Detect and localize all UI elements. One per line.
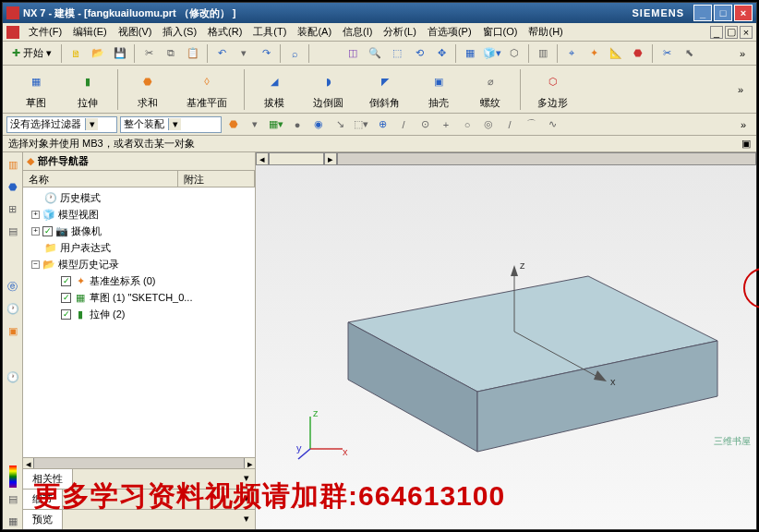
filter-btn-15[interactable]: ⌒ xyxy=(522,115,540,134)
start-button[interactable]: ✚开始▾ xyxy=(6,44,57,62)
menu-format[interactable]: 格式(R) xyxy=(202,23,247,41)
hintbar-collapse-icon[interactable]: ▣ xyxy=(741,138,751,150)
display-mode-icon[interactable]: 🧊▾ xyxy=(482,43,502,64)
navigator-tree[interactable]: 🕐历史模式+🧊模型视图+✓📷摄像机📁用户表达式−📂模型历史记录✓✦基准坐标系 (… xyxy=(23,187,255,457)
filter-btn-10[interactable]: ⊙ xyxy=(416,115,434,134)
save-icon[interactable]: 💾 xyxy=(110,43,130,64)
ribbon-chamfer[interactable]: ◤倒斜角 xyxy=(356,66,413,112)
ribbon-unite[interactable]: ⬣求和 xyxy=(122,66,174,112)
menu-tools[interactable]: 工具(T) xyxy=(247,23,292,41)
tab-collapse-icon[interactable]: ▾ xyxy=(238,469,255,489)
copy-icon[interactable]: ⧉ xyxy=(161,43,181,64)
selection-filter-combo[interactable]: 没有选择过滤器▾ xyxy=(6,116,117,133)
minimize-button[interactable]: _ xyxy=(693,5,712,21)
filter-btn-9[interactable]: / xyxy=(394,115,413,134)
filter-btn-6[interactable]: ↘ xyxy=(331,115,349,134)
rail-more-icon[interactable]: ▦ xyxy=(5,513,21,529)
scroll-right-icon[interactable]: ▸ xyxy=(324,152,337,165)
tree-toggle-icon[interactable]: + xyxy=(31,227,40,236)
filter-btn-5[interactable]: ◉ xyxy=(309,115,328,134)
tree-row[interactable]: 📁用户表达式 xyxy=(25,239,253,256)
tab-collapse-icon-2[interactable]: ▾ xyxy=(238,490,255,509)
new-file-icon[interactable]: 🗎 xyxy=(66,43,86,64)
redo-icon[interactable]: ↷ xyxy=(256,43,276,64)
filter-btn-4[interactable]: ● xyxy=(288,115,307,134)
ribbon-edge-blend[interactable]: ◗边倒圆 xyxy=(300,66,356,112)
tree-toggle-icon[interactable]: − xyxy=(31,260,40,269)
measure-icon[interactable]: 📐 xyxy=(606,43,626,64)
mdi-restore-button[interactable]: ▢ xyxy=(725,26,738,39)
ribbon-polygon[interactable]: ⬡多边形 xyxy=(524,66,581,112)
paste-icon[interactable]: 📋 xyxy=(183,43,203,64)
filter-btn-2[interactable]: ▾ xyxy=(246,115,264,134)
filter-btn-7[interactable]: ⬚▾ xyxy=(352,115,370,134)
tree-row[interactable]: −📂模型历史记录 xyxy=(25,256,253,272)
wireframe-icon[interactable]: ⬡ xyxy=(504,43,524,64)
tree-row[interactable]: ✓✦基准坐标系 (0) xyxy=(25,272,253,289)
rotate-icon[interactable]: ⟲ xyxy=(409,43,429,64)
ribbon-thread[interactable]: ⌀螺纹 xyxy=(464,66,516,112)
filter-btn-16[interactable]: ∿ xyxy=(543,115,561,134)
tab-relevance[interactable]: 相关性 xyxy=(23,469,73,489)
ribbon-extrude[interactable]: ▮拉伸 xyxy=(62,66,114,112)
filter-btn-13[interactable]: ◎ xyxy=(479,115,498,134)
wcs-icon[interactable]: ⌖ xyxy=(561,43,582,64)
undo-icon[interactable]: ↶ xyxy=(211,43,232,64)
ribbon-sketch[interactable]: ▦草图 xyxy=(10,66,62,112)
zoom-area-icon[interactable]: ⬚ xyxy=(387,43,407,64)
rail-part-navigator-icon[interactable]: ▥ xyxy=(5,156,21,173)
tree-row[interactable]: 🕐历史模式 xyxy=(25,189,253,206)
rail-assembly-navigator-icon[interactable]: ⬣ xyxy=(5,178,21,195)
open-file-icon[interactable]: 📂 xyxy=(88,43,108,64)
col-note[interactable]: 附注 xyxy=(178,171,255,187)
viewport-top-scroll[interactable]: ◂ ▸ xyxy=(256,152,756,165)
rail-history-icon[interactable]: 🕐 xyxy=(5,300,21,317)
tree-row[interactable]: +✓📷摄像机 xyxy=(25,223,253,239)
3d-viewport[interactable]: ◂ ▸ z x z xyxy=(256,152,756,529)
hscroll-right-icon[interactable]: ▸ xyxy=(244,458,255,468)
shade-icon[interactable]: ▦ xyxy=(460,43,480,64)
tab-collapse-icon-3[interactable]: ▾ xyxy=(238,510,255,529)
rail-reuse-icon[interactable]: ▤ xyxy=(5,223,21,239)
hscroll-track[interactable] xyxy=(34,458,244,468)
cut-icon[interactable]: ✂ xyxy=(139,43,159,64)
tree-toggle-icon[interactable]: + xyxy=(31,211,40,219)
menu-help[interactable]: 帮助(H) xyxy=(523,23,568,41)
command-finder-icon[interactable]: ⌕ xyxy=(284,43,305,64)
tab-detail[interactable]: 细节 xyxy=(23,490,63,509)
pan-icon[interactable]: ✥ xyxy=(431,43,452,64)
tree-row[interactable]: +🧊模型视图 xyxy=(25,206,253,223)
menu-edit[interactable]: 编辑(E) xyxy=(67,23,113,41)
tree-checkbox[interactable]: ✓ xyxy=(61,276,71,286)
tree-checkbox[interactable]: ✓ xyxy=(61,309,71,320)
fit-view-icon[interactable]: ◫ xyxy=(343,43,363,64)
scroll-left-icon[interactable]: ◂ xyxy=(256,152,269,165)
select-icon[interactable]: ⬉ xyxy=(679,43,699,64)
tree-row[interactable]: ✓▦草图 (1) "SKETCH_0... xyxy=(25,289,253,306)
menu-insert[interactable]: 插入(S) xyxy=(157,23,202,41)
filter-btn-14[interactable]: / xyxy=(500,115,519,134)
rail-role-icon[interactable]: ▣ xyxy=(5,322,21,339)
assembly-scope-combo[interactable]: 整个装配▾ xyxy=(120,116,222,133)
tab-preview[interactable]: 预览 xyxy=(23,510,63,529)
tree-checkbox[interactable]: ✓ xyxy=(42,226,53,236)
rail-ie-icon[interactable]: ⓔ xyxy=(5,278,21,295)
maximize-button[interactable]: □ xyxy=(714,5,732,21)
orient-icon[interactable]: ✦ xyxy=(584,43,604,64)
rail-constraint-icon[interactable]: ⊞ xyxy=(5,200,21,217)
menu-assembly[interactable]: 装配(A) xyxy=(292,23,337,41)
rail-color-bar-icon[interactable] xyxy=(5,468,21,485)
trim-icon[interactable]: ✂ xyxy=(657,43,677,64)
ribbon-draft[interactable]: ◢拔模 xyxy=(248,66,300,112)
zoom-icon[interactable]: 🔍 xyxy=(365,43,385,64)
toolbar-chevron-icon[interactable]: » xyxy=(732,43,753,64)
menu-file[interactable]: 文件(F) xyxy=(23,23,67,41)
menu-prefs[interactable]: 首选项(P) xyxy=(422,23,477,41)
layer-icon[interactable]: ▥ xyxy=(533,43,553,64)
hscroll-left-icon[interactable]: ◂ xyxy=(23,458,34,468)
filter-btn-12[interactable]: ○ xyxy=(458,115,476,134)
undo-dropdown-icon[interactable]: ▾ xyxy=(234,43,254,64)
filterbar-chevron-icon[interactable]: » xyxy=(734,115,753,134)
rail-settings-icon[interactable]: ▤ xyxy=(5,490,21,507)
col-name[interactable]: 名称 xyxy=(23,171,178,187)
